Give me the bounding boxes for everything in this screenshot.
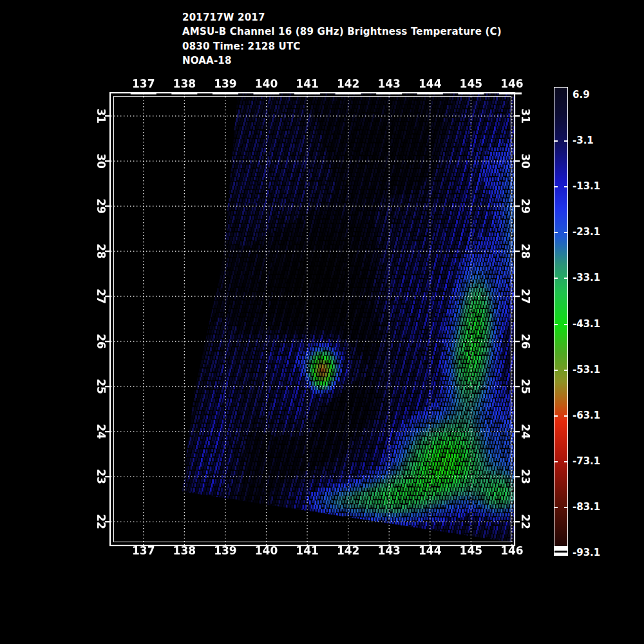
colorbar-tick-mark — [554, 370, 558, 371]
lon-tick-label-top: 140 — [249, 77, 283, 90]
satellite-line: NOAA-18 — [182, 53, 502, 68]
lat-tick-label-left: 25 — [95, 372, 108, 401]
colorbar-tick-label: -63.1 — [573, 410, 600, 421]
colorbar-bottom-white-segment — [554, 546, 567, 555]
colorbar-tick-label: -33.1 — [573, 272, 600, 283]
colorbar-tick-mark — [564, 186, 567, 187]
lat-tick-label-right: 22 — [519, 507, 532, 536]
lon-tick-label-bottom: 146 — [495, 544, 529, 557]
lon-tick-label-bottom: 142 — [332, 544, 365, 557]
lon-tick-label-top: 142 — [332, 77, 365, 90]
lat-tick-label-right: 23 — [519, 462, 532, 491]
lat-tick-label-right: 30 — [519, 147, 532, 175]
lat-tick-label-left: 30 — [95, 147, 108, 175]
lon-tick-label-top: 145 — [454, 77, 488, 90]
colorbar-tick-mark — [554, 186, 558, 187]
lat-tick-label-right: 24 — [519, 417, 532, 446]
colorbar-tick-mark — [564, 232, 567, 233]
colorbar-tick-label: -73.1 — [573, 455, 600, 467]
colorbar-tick-mark — [564, 278, 567, 279]
lat-tick-label-right: 28 — [519, 237, 532, 265]
colorbar-tick-mark — [564, 370, 567, 371]
lat-tick-label-left: 31 — [95, 102, 108, 130]
colorbar-tick-label: 6.9 — [573, 89, 590, 100]
lat-tick-label-left: 24 — [95, 417, 108, 446]
lat-tick-label-right: 29 — [519, 192, 532, 220]
lon-tick-label-top: 143 — [372, 77, 406, 90]
lon-tick-label-top: 146 — [495, 77, 529, 90]
colorbar-tick-mark — [564, 507, 567, 508]
time-line: 0830 Time: 2128 UTC — [182, 39, 502, 53]
lat-tick-label-left: 26 — [95, 327, 108, 355]
colorbar-tick-mark — [564, 140, 567, 142]
channel-line: AMSU-B Channel 16 (89 GHz) Brightness Te… — [182, 24, 502, 39]
colorbar-tick-mark — [554, 324, 558, 325]
lon-tick-label-bottom: 145 — [454, 544, 488, 557]
colorbar-tick-mark — [554, 461, 558, 462]
colorbar-tick-label: -93.1 — [573, 547, 600, 558]
brightness-temperature-map — [104, 87, 522, 553]
lat-tick-label-right: 27 — [519, 282, 532, 310]
colorbar-tick-label: -13.1 — [573, 180, 600, 192]
lon-tick-label-top: 139 — [209, 77, 242, 90]
lon-tick-label-top: 141 — [290, 77, 324, 90]
lon-tick-label-bottom: 143 — [372, 544, 406, 557]
colorbar-tick-label: -53.1 — [573, 364, 600, 375]
colorbar-tick-mark — [564, 461, 567, 462]
colorbar-tick-mark — [554, 507, 558, 508]
colorbar-tick-label: -43.1 — [573, 318, 600, 330]
lon-tick-label-bottom: 137 — [127, 544, 160, 557]
lon-tick-label-bottom: 138 — [167, 544, 201, 557]
lat-tick-label-left: 22 — [95, 507, 108, 536]
lon-tick-label-bottom: 139 — [209, 544, 242, 557]
colorbar-tick-mark — [554, 140, 558, 142]
lat-tick-label-left: 29 — [95, 192, 108, 220]
lon-tick-label-top: 137 — [127, 77, 160, 90]
lon-tick-label-top: 144 — [413, 77, 447, 90]
lon-tick-label-bottom: 144 — [413, 544, 447, 557]
lon-tick-label-bottom: 140 — [249, 544, 283, 557]
colorbar-tick-mark — [564, 324, 567, 325]
colorbar-tick-mark — [554, 232, 558, 233]
colorbar-tick-label: -3.1 — [573, 135, 594, 146]
lat-tick-label-left: 28 — [95, 237, 108, 265]
colorbar-tick-label: -23.1 — [573, 226, 600, 238]
colorbar-tick-label: -83.1 — [573, 501, 600, 513]
lon-tick-label-top: 138 — [167, 77, 201, 90]
colorbar-tick-mark — [564, 415, 567, 417]
lat-tick-label-right: 25 — [519, 372, 532, 401]
colorbar-bottom-divider — [554, 551, 567, 553]
screenshot-root: { "header": { "lines": [ "201717W 2017",… — [0, 0, 644, 644]
lat-tick-label-right: 31 — [519, 102, 532, 130]
lat-tick-label-right: 26 — [519, 327, 532, 355]
colorbar — [554, 87, 568, 556]
lat-tick-label-left: 27 — [95, 282, 108, 310]
colorbar-tick-mark — [554, 278, 558, 279]
lon-tick-label-bottom: 141 — [290, 544, 324, 557]
storm-id-line: 201717W 2017 — [182, 10, 502, 24]
title-block: 201717W 2017 AMSU-B Channel 16 (89 GHz) … — [182, 10, 502, 68]
colorbar-tick-mark — [554, 415, 558, 417]
lat-tick-label-left: 23 — [95, 462, 108, 491]
